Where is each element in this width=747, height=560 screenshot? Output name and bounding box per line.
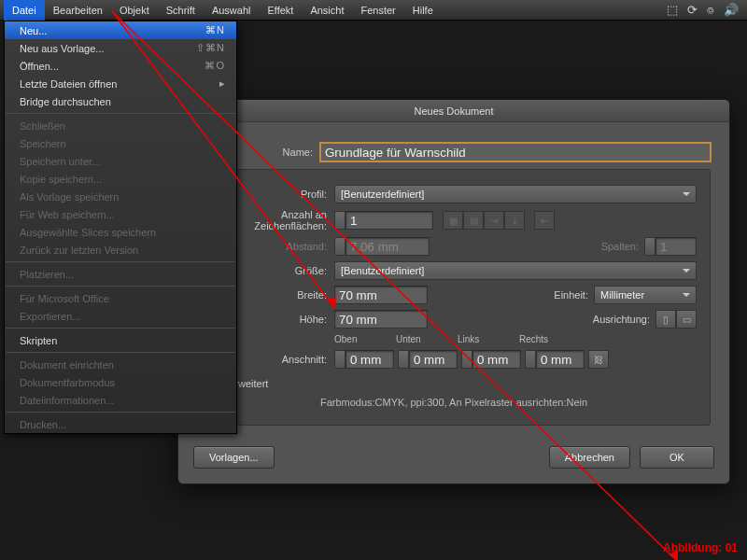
menu-ansicht[interactable]: Ansicht [302,0,352,21]
bleed-left-label: Links [458,334,519,344]
summary-text: Farbmodus:CMYK, ppi:300, An Pixelraster … [211,397,697,408]
menu-bearbeiten[interactable]: Bearbeiten [45,0,111,21]
height-input[interactable] [334,310,428,329]
artboards-input[interactable] [345,211,433,230]
menu-item-dok-einrichten: Dokument einrichten [5,356,236,373]
menu-item-platzieren: Platzieren... [5,265,236,283]
menu-item-letzte[interactable]: Letzte Dateien öffnen▸ [5,75,236,92]
menu-schrift[interactable]: Schrift [158,0,204,21]
size-select[interactable]: [Benutzerdefiniert] [334,261,697,280]
profile-select[interactable]: [Benutzerdefiniert] [334,185,697,203]
menu-item-slices: Ausgewählte Slices speichern [5,223,236,241]
menu-hilfe[interactable]: Hilfe [404,0,442,21]
sync-icon[interactable]: ⟳ [683,3,702,17]
menu-item-speichern-unter: Speichern unter... [5,152,236,170]
menubar: Datei Bearbeiten Objekt Schrift Auswahl … [0,0,747,21]
menu-item-export: Exportieren... [5,307,236,325]
new-document-dialog: Neues Dokument Name: Profil: [Benutzerde… [177,99,730,484]
dropbox-icon[interactable]: ⬚ [662,3,683,17]
grid-by-col-icon: ▤ [463,211,484,230]
menu-item-oeffnen[interactable]: Öffnen...⌘O [5,57,236,75]
landscape-icon[interactable]: ▭ [676,310,697,329]
menu-datei[interactable]: Datei [4,0,45,21]
columns-input [655,237,697,256]
menu-auswahl[interactable]: Auswahl [204,0,260,21]
bleed-right-label: Rechts [519,334,581,344]
menu-item-office: Für Microsoft Office [5,289,236,307]
templates-button[interactable]: Vorlagen... [193,446,275,469]
spacing-stepper [334,237,345,256]
bleed-left-input[interactable] [472,350,521,369]
link-bleed-icon[interactable]: ⛓ [588,350,609,369]
bleed-bottom-stepper[interactable] [398,350,409,369]
menu-item-schliessen: Schließen [5,117,236,134]
menu-item-web: Für Web speichern... [5,205,236,223]
columns-label: Spalten: [601,241,644,252]
unit-label: Einheit: [554,289,594,301]
width-input[interactable] [334,286,428,304]
menu-item-neu[interactable]: Neu...⌘N [5,21,236,39]
bleed-bottom-label: Unten [396,334,458,344]
bleed-right-stepper[interactable] [525,350,536,369]
file-menu-dropdown: Neu...⌘N Neu aus Vorlage...⇧⌘N Öffnen...… [4,21,237,434]
bleed-top-stepper[interactable] [334,350,345,369]
bluetooth-icon[interactable]: ⌾ [702,3,719,17]
bleed-top-label: Oben [334,334,396,344]
bleed-top-input[interactable] [345,350,394,369]
dialog-title: Neues Dokument [178,100,729,122]
spacing-input [345,237,430,256]
menu-item-skripten[interactable]: Skripten [5,331,236,349]
menu-item-bridge[interactable]: Bridge durchsuchen [5,92,236,110]
menu-fenster[interactable]: Fenster [352,0,403,21]
menu-item-neu-vorlage[interactable]: Neu aus Vorlage...⇧⌘N [5,39,236,57]
cancel-button[interactable]: Abbrechen [549,446,630,469]
menu-item-kopie: Kopie speichern... [5,170,236,188]
bleed-left-stepper[interactable] [461,350,472,369]
columns-stepper [644,237,655,256]
menu-item-zurueck: Zurück zur letzten Version [5,241,236,259]
artboards-stepper[interactable] [334,211,345,230]
menu-item-vorlage-speichern: Als Vorlage speichern [5,188,236,205]
menu-effekt[interactable]: Effekt [259,0,302,21]
arrange-down-icon: ⇣ [504,211,525,230]
menu-item-farbmodus: Dokumentfarbmodus [5,373,236,391]
menu-item-dateiinfo: Dateiinformationen... [5,391,236,409]
settings-panel: Profil: [Benutzerdefiniert] Anzahl an Ze… [197,169,711,426]
advanced-toggle[interactable]: Erweitert [215,378,697,389]
orient-label: Ausrichtung: [593,314,655,325]
bleed-bottom-input[interactable] [409,350,458,369]
arrange-left-icon: ⇤ [534,211,555,230]
ok-button[interactable]: OK [640,446,714,469]
menu-item-speichern: Speichern [5,134,236,152]
submenu-icon: ▸ [219,77,225,90]
unit-select[interactable]: Millimeter [594,286,697,304]
name-input[interactable] [320,143,711,161]
menu-item-drucken: Drucken... [5,415,236,433]
arrange-right-icon: ⇥ [484,211,504,230]
bleed-right-input[interactable] [536,350,585,369]
volume-icon[interactable]: 🔊 [719,3,743,17]
menu-objekt[interactable]: Objekt [111,0,158,21]
grid-by-row-icon: ▦ [443,211,463,230]
portrait-icon[interactable]: ▯ [655,310,676,329]
figure-number: Abbildung: 01 [663,541,738,554]
